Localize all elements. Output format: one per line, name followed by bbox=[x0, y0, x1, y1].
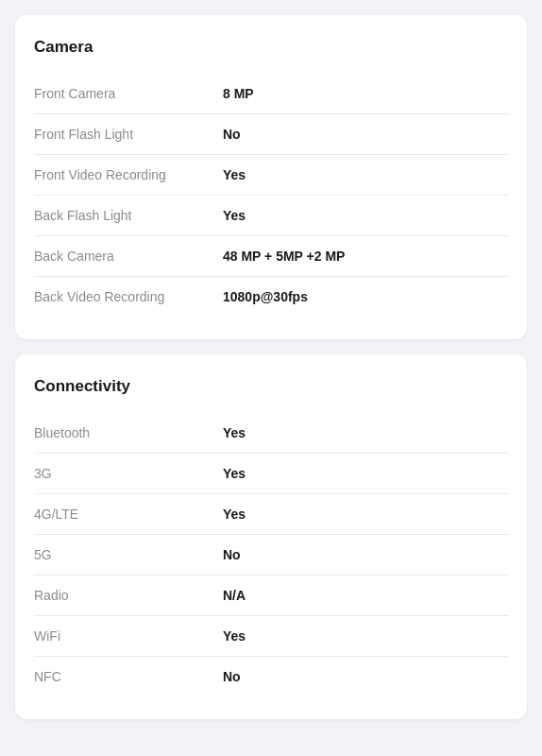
table-row: 3GYes bbox=[34, 454, 508, 494]
spec-label: Back Flash Light bbox=[34, 208, 223, 223]
spec-label: 4G/LTE bbox=[34, 507, 223, 522]
table-row: 4G/LTEYes bbox=[34, 494, 508, 535]
spec-label: Bluetooth bbox=[34, 425, 223, 440]
spec-label: Back Camera bbox=[34, 249, 223, 264]
spec-value: N/A bbox=[223, 588, 508, 603]
table-row: Back Flash LightYes bbox=[34, 196, 508, 236]
table-row: BluetoothYes bbox=[34, 413, 508, 454]
table-row: NFCNo bbox=[34, 657, 508, 696]
spec-label: NFC bbox=[34, 669, 223, 684]
spec-value: Yes bbox=[223, 628, 508, 644]
spec-label: 5G bbox=[34, 547, 223, 562]
table-row: Front Flash LightNo bbox=[34, 114, 508, 155]
spec-value: Yes bbox=[223, 507, 508, 522]
spec-value: 8 MP bbox=[223, 86, 508, 101]
table-row: RadioN/A bbox=[34, 576, 508, 616]
table-row: Back Video Recording1080p@30fps bbox=[34, 277, 508, 317]
spec-value: No bbox=[223, 127, 508, 142]
camera-card: Camera Front Camera8 MPFront Flash Light… bbox=[15, 15, 527, 339]
connectivity-card: Connectivity BluetoothYes3GYes4G/LTEYes5… bbox=[15, 354, 527, 719]
spec-label: 3G bbox=[34, 466, 223, 481]
table-row: Back Camera48 MP + 5MP +2 MP bbox=[34, 236, 508, 277]
table-row: Front Camera8 MP bbox=[34, 74, 508, 114]
connectivity-title: Connectivity bbox=[34, 377, 508, 396]
spec-value: 1080p@30fps bbox=[223, 289, 508, 304]
spec-label: WiFi bbox=[34, 628, 223, 644]
camera-title: Camera bbox=[34, 38, 508, 57]
spec-value: 48 MP + 5MP +2 MP bbox=[223, 249, 508, 264]
camera-specs-list: Front Camera8 MPFront Flash LightNoFront… bbox=[34, 74, 508, 317]
table-row: 5GNo bbox=[34, 535, 508, 576]
spec-value: Yes bbox=[223, 208, 508, 223]
table-row: Front Video RecordingYes bbox=[34, 155, 508, 196]
spec-value: No bbox=[223, 547, 508, 562]
spec-label: Front Camera bbox=[34, 86, 223, 101]
spec-value: No bbox=[223, 669, 508, 684]
table-row: WiFiYes bbox=[34, 616, 508, 657]
spec-value: Yes bbox=[223, 425, 508, 440]
spec-value: Yes bbox=[223, 167, 508, 182]
spec-label: Radio bbox=[34, 588, 223, 603]
spec-value: Yes bbox=[223, 466, 508, 481]
spec-label: Front Flash Light bbox=[34, 127, 223, 142]
spec-label: Back Video Recording bbox=[34, 289, 223, 304]
spec-label: Front Video Recording bbox=[34, 167, 223, 182]
connectivity-specs-list: BluetoothYes3GYes4G/LTEYes5GNoRadioN/AWi… bbox=[34, 413, 508, 696]
